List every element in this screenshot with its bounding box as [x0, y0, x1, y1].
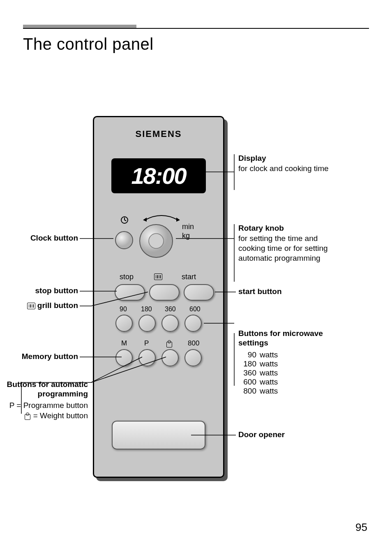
memory-button[interactable] — [115, 349, 133, 366]
header-rule — [23, 28, 369, 29]
header-accent-bar — [23, 25, 136, 28]
callout-door-title: Door opener — [238, 430, 345, 439]
watt-row-600: 600watts — [238, 378, 345, 387]
callout-display-title: Display — [238, 154, 345, 163]
svg-marker-4 — [176, 218, 180, 222]
programme-label: P — [144, 339, 149, 348]
callout-rotary-desc: for setting the time and cooking time or… — [238, 234, 345, 263]
door-opener-button[interactable] — [112, 421, 205, 449]
programme-button[interactable] — [138, 349, 156, 366]
svg-marker-3 — [143, 218, 147, 222]
callout-microwave: Buttons for microwave settings 90watts 1… — [238, 329, 345, 396]
weight-button[interactable] — [161, 349, 179, 366]
page-title: The control panel — [23, 35, 154, 53]
weight-icon — [166, 339, 173, 348]
callout-start-title: start button — [238, 287, 345, 296]
power-800-button[interactable] — [184, 349, 202, 366]
callout-display-desc: for clock and cooking time — [238, 164, 345, 174]
watt-table: 90watts 180watts 360watts 600watts 800wa… — [238, 350, 345, 396]
power-label-180: 180 — [141, 306, 152, 313]
callout-stop-title: stop button — [0, 286, 78, 295]
grill-button[interactable] — [149, 284, 180, 301]
callout-memory-title: Memory button — [0, 352, 78, 361]
rotary-arrow-icon — [141, 213, 182, 222]
callout-grill-title: grill button — [0, 301, 78, 310]
page-number: 95 — [355, 521, 367, 534]
weight-icon — [24, 412, 31, 420]
callout-rotary: Rotary knob for setting the time and coo… — [238, 224, 345, 263]
power-label-800: 800 — [188, 339, 199, 348]
clock-icon — [120, 216, 129, 224]
power-label-360: 360 — [165, 306, 176, 313]
callout-auto: Buttons for automatic programming P = Pr… — [0, 380, 88, 421]
watt-row-90: 90watts — [238, 350, 345, 359]
callout-clock-title: Clock button — [0, 234, 78, 243]
callout-microwave-title: Buttons for microwave settings — [238, 329, 345, 348]
watt-row-800: 800watts — [238, 387, 345, 396]
callout-start: start button — [238, 287, 345, 296]
callout-display: Display for clock and cooking time — [238, 154, 345, 174]
callout-stop: stop button — [0, 286, 78, 295]
brand-logo: SIEMENS — [94, 129, 223, 139]
memory-label: M — [121, 339, 127, 348]
svg-point-6 — [149, 234, 164, 248]
grill-icon — [27, 303, 35, 309]
power-180-button[interactable] — [138, 315, 156, 332]
knob-unit-min: min — [182, 222, 194, 231]
callout-grill: grill button — [0, 301, 78, 310]
svg-line-2 — [125, 220, 126, 221]
clock-button[interactable] — [115, 231, 134, 250]
callout-auto-title: Buttons for automatic programming — [0, 380, 88, 399]
callout-memory: Memory button — [0, 352, 78, 361]
stop-button[interactable] — [115, 284, 145, 301]
callout-rotary-title: Rotary knob — [238, 224, 345, 233]
power-360-button[interactable] — [161, 315, 179, 332]
start-button[interactable] — [184, 284, 214, 301]
display-screen: 18:00 — [111, 158, 206, 193]
callout-auto-w-line: = Weight button — [0, 411, 88, 421]
svg-point-7 — [115, 232, 133, 249]
knob-unit-kg: kg — [182, 232, 190, 240]
power-600-button[interactable] — [184, 315, 202, 332]
rotary-knob[interactable] — [138, 223, 174, 259]
power-label-600: 600 — [189, 306, 201, 313]
start-label: start — [182, 273, 196, 281]
power-label-90: 90 — [120, 306, 127, 313]
callout-auto-p-line: P = Programme button — [0, 401, 88, 410]
stop-label: stop — [120, 273, 134, 281]
watt-row-180: 180watts — [238, 359, 345, 368]
callout-door: Door opener — [238, 430, 345, 439]
grill-icon — [154, 273, 162, 280]
callout-clock: Clock button — [0, 234, 78, 243]
watt-row-360: 360watts — [238, 368, 345, 378]
control-panel: SIEMENS 18:00 — [93, 116, 224, 478]
power-90-button[interactable] — [115, 315, 133, 332]
